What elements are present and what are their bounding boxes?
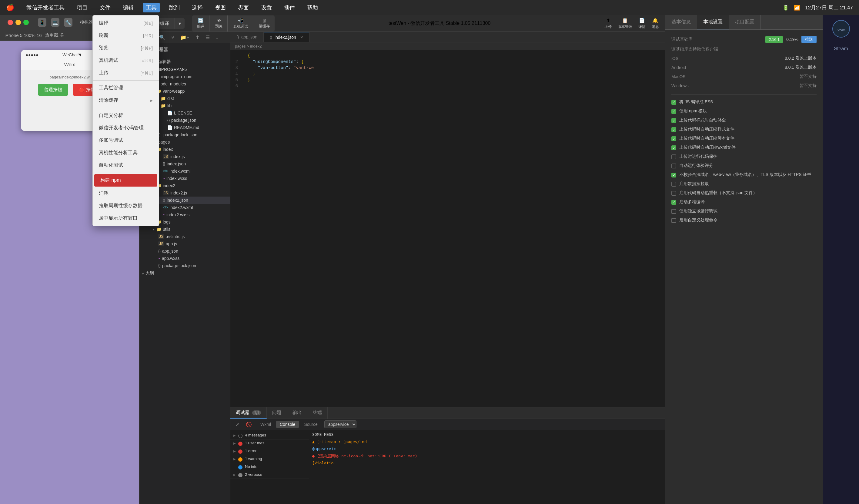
checkbox-11[interactable]: ✓ [672, 200, 676, 205]
tree-app-js[interactable]: JS app.js [139, 240, 230, 248]
tab-index2-json[interactable]: {} index2.json ✕ [264, 32, 310, 42]
clear-button[interactable]: 🗑 清缓存 [254, 15, 275, 31]
close-button[interactable] [7, 20, 13, 25]
dropdown-item-consume[interactable]: 消耗 [93, 187, 159, 200]
phone-btn-green[interactable]: 普通按钮 [38, 84, 68, 96]
console-env-select[interactable]: appservice [324, 421, 357, 428]
debug-icon[interactable]: 🔧 [64, 18, 73, 27]
checkbox-0[interactable]: ✓ [672, 100, 676, 105]
console-sub-tab-wxml[interactable]: Wxml [257, 421, 275, 428]
tree-outline[interactable]: 大纲 [139, 269, 230, 277]
checkbox-6[interactable] [672, 155, 676, 159]
dropdown-item-clear-cache[interactable]: 清除缓存 ▸ [93, 94, 159, 107]
compile-button[interactable]: 🔄 编译 [192, 15, 209, 31]
checkbox-2[interactable]: ✓ [672, 118, 676, 123]
console-entry-user[interactable]: ▶ 1 user mes... [230, 440, 309, 447]
upload-button[interactable]: ⬆ 上传 [604, 18, 612, 29]
console-sub-tab-source[interactable]: Source [300, 421, 321, 428]
dropdown-item-upload[interactable]: 上传 [○⌘U] [93, 67, 159, 79]
dropdown-item-toolbar-manage[interactable]: 工具栏管理 [93, 82, 159, 94]
json-icon5: {} [158, 264, 161, 268]
tree-app-wxss[interactable]: ~ app.wxss [139, 255, 230, 262]
checkbox-8[interactable]: ✓ [672, 173, 676, 177]
dropdown-item-build-npm[interactable]: 构建 npm [94, 174, 157, 187]
menubar-item-goto[interactable]: 跳到 [166, 3, 183, 12]
realdevice-button[interactable]: 📲 真机调试 [228, 15, 253, 31]
filter-btn[interactable]: ☰ [204, 33, 212, 42]
apple-menu[interactable]: 🍎 [6, 4, 14, 12]
menubar-item-project[interactable]: 项目 [74, 3, 91, 12]
menubar-item-help[interactable]: 帮助 [304, 3, 321, 12]
rp-tab-project[interactable]: 项目配置 [729, 15, 761, 29]
dropdown-item-custom-analysis[interactable]: 自定义分析 [93, 109, 159, 122]
checkbox-13[interactable] [672, 218, 676, 223]
simulator-icon[interactable]: 📱 [38, 18, 46, 27]
dropdown-item-pull-cache[interactable]: 拉取周期性缓存数据 [93, 200, 159, 212]
version-button[interactable]: 📋 版本管理 [618, 18, 632, 29]
console-entry-info[interactable]: ▶ No info [230, 463, 309, 471]
minimize-button[interactable] [15, 20, 21, 25]
steam-icon[interactable]: Steam [832, 20, 850, 40]
detail-button[interactable]: 📄 详情 [638, 18, 646, 29]
console-tab-issues[interactable]: 问题 [267, 407, 287, 419]
git-btn[interactable]: ⑂ [169, 34, 176, 42]
dropdown-item-preview[interactable]: 预览 [○⌘P] [93, 42, 159, 54]
checkbox-4[interactable]: ✓ [672, 136, 676, 141]
device-label[interactable]: iPhone 5 100% 16 [4, 33, 42, 38]
maximize-button[interactable] [23, 20, 29, 25]
checkbox-10[interactable] [672, 191, 676, 196]
checkbox-3[interactable]: ✓ [672, 127, 676, 132]
console-entry-verbose[interactable]: ▶ 2 verbose [230, 471, 309, 479]
dropdown-item-realdevice-perf[interactable]: 真机性能分析工具 [93, 146, 159, 159]
dropdown-item-realdevice[interactable]: 真机调试 [○⌘R] [93, 54, 159, 67]
menubar-item-settings[interactable]: 设置 [258, 3, 275, 12]
console-expand-btn[interactable]: ⤢ [233, 421, 241, 428]
checkbox-1[interactable]: ✓ [672, 109, 676, 114]
editor-icon[interactable]: 💻 [51, 18, 59, 27]
menubar-item-tools[interactable]: 工具 [143, 3, 160, 12]
upload-file-btn[interactable]: ⬆ [194, 33, 201, 42]
console-entry-error[interactable]: ▶ 1 error [230, 447, 309, 455]
checkbox-12[interactable] [672, 209, 676, 214]
console-sub-tab-console[interactable]: Console [276, 421, 299, 428]
preview-button[interactable]: 👁 预览 [210, 15, 228, 31]
hotreload-label[interactable]: 热重载 关 [45, 32, 64, 38]
console-tab-debugger[interactable]: 调试器 1,1 [230, 407, 267, 419]
console-tab-output[interactable]: 输出 [287, 407, 307, 419]
dropdown-item-compile[interactable]: 编译 [⌘B] [93, 17, 159, 29]
more-actions-icon[interactable]: ⋯ [220, 46, 226, 53]
compile-dropdown-icon[interactable]: ▾ [175, 18, 185, 29]
menubar-item-file[interactable]: 文件 [97, 3, 114, 12]
dropdown-item-center-windows[interactable]: 居中显示所有窗口 [93, 212, 159, 224]
message-button[interactable]: 🔔 消息 [652, 18, 659, 29]
tree-eslintrc[interactable]: JS .eslintrc.js [139, 233, 230, 240]
menubar-item-edit[interactable]: 编辑 [120, 3, 137, 12]
console-entry-messages[interactable]: ▶ 4 messages [230, 431, 309, 440]
rp-tab-basic[interactable]: 基本信息 [665, 15, 697, 29]
dropdown-item-automation[interactable]: 自动化测试 [93, 159, 159, 171]
menubar-item-interface[interactable]: 界面 [235, 3, 252, 12]
console-clear-btn[interactable]: 🚫 [244, 421, 254, 428]
rp-tab-local[interactable]: 本地设置 [697, 15, 729, 29]
tree-app-json[interactable]: {} app.json [139, 248, 230, 255]
code-content[interactable]: { 2 "usingComponents": { 3 "van-button":… [230, 50, 665, 407]
menubar-item-wechat[interactable]: 微信开发者工具 [23, 3, 67, 12]
dropdown-item-multi-account[interactable]: 多账号调试 [93, 134, 159, 146]
tab-app-json[interactable]: {} app.json [230, 32, 264, 42]
tree-pkg-lock[interactable]: {} package-lock.json [139, 262, 230, 269]
checkbox-9[interactable] [672, 182, 676, 187]
checkbox-5[interactable]: ✓ [672, 145, 676, 150]
dropdown-item-refresh[interactable]: 刷新 [⌘R] [93, 29, 159, 42]
menubar-item-plugins[interactable]: 插件 [281, 3, 298, 12]
checkbox-7[interactable] [672, 163, 676, 169]
console-tab-terminal[interactable]: 终端 [307, 407, 328, 419]
menubar-item-view[interactable]: 视图 [212, 3, 229, 12]
push-button[interactable]: 推送 [801, 36, 817, 43]
tab-close-icon[interactable]: ✕ [300, 35, 303, 40]
sort-btn[interactable]: ↕ [214, 34, 220, 42]
new-folder-btn[interactable]: 📁+ [179, 33, 191, 42]
menubar-item-select[interactable]: 选择 [189, 3, 206, 12]
console-entry-warning[interactable]: ▶ 1 warning [230, 455, 309, 463]
tree-utils[interactable]: 📁 utils [139, 226, 230, 233]
dropdown-item-code-manage[interactable]: 微信开发者·代码管理 [93, 122, 159, 134]
